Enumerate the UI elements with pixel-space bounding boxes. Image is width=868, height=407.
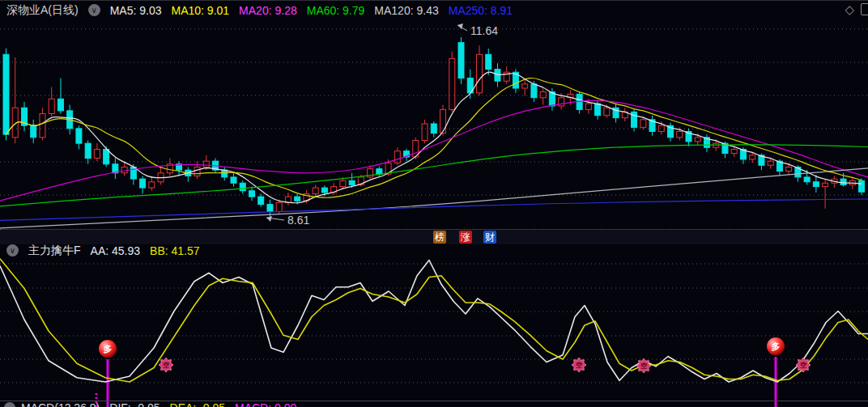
svg-text:多: 多 — [104, 344, 113, 354]
ma-label: MA10: 9.01 — [172, 4, 230, 17]
badge-zhang[interactable]: 涨 — [459, 231, 472, 244]
indicator-title: 主力擒牛F — [28, 244, 81, 258]
badge-bang[interactable]: 榜 — [433, 231, 446, 244]
svg-text:8.61: 8.61 — [287, 214, 309, 227]
signal-marker-short: 空 — [572, 358, 586, 372]
collapse-chevron-icon[interactable]: ∨ — [88, 4, 100, 16]
indicator-value: AA: 45.93 — [91, 244, 141, 257]
signal-marker-short: 空 — [796, 358, 811, 372]
ma-label: MA60: 9.79 — [307, 4, 365, 17]
indicator-value: BB: 41.57 — [150, 244, 200, 257]
svg-text:空: 空 — [640, 362, 647, 370]
signal-marker-long: 多 — [99, 340, 117, 358]
svg-text:空: 空 — [576, 361, 582, 369]
panel-divider-bar: 榜 涨 财 — [0, 229, 868, 244]
indicator-header: ∨ 主力擒牛F AA: 45.93 BB: 41.57 — [0, 244, 868, 257]
signal-marker-short: 空 — [636, 358, 651, 373]
svg-text:多: 多 — [772, 341, 781, 351]
macd-param-label: MACD(12,26,9) — [21, 402, 100, 407]
macd-panel-clipped: MACD(12,26,9) DIF: -0.05 DEA: -0.05 MACD… — [0, 401, 868, 407]
signal-marker-short: 空 — [159, 358, 173, 372]
symbol-title: 深物业A(日线) — [6, 3, 79, 18]
svg-text:11.64: 11.64 — [470, 24, 498, 37]
svg-text:空: 空 — [800, 361, 806, 369]
macd-value: MACD: 0.00 — [235, 402, 296, 407]
stock-app: 11.648.61 深物业A(日线) ∨ MA5: 9.03 MA10: 9.0… — [0, 0, 868, 407]
diamond-tool-icon[interactable]: ◇ — [845, 3, 854, 15]
main-candlestick-chart[interactable]: 11.648.61 — [0, 0, 868, 229]
indicator-chart[interactable]: 多空空空多空 — [0, 244, 868, 407]
ma-label: MA20: 9.28 — [239, 4, 297, 17]
svg-text:空: 空 — [163, 361, 169, 369]
collapse-chevron-icon[interactable]: ∨ — [6, 244, 19, 256]
ma-label: MA250: 8.91 — [449, 4, 513, 17]
macd-dea-value: DEA: -0.05 — [170, 402, 225, 407]
ma-label: MA120: 9.43 — [374, 4, 438, 17]
badge-cai[interactable]: 财 — [483, 231, 496, 244]
signal-marker-long: 多 — [767, 337, 785, 355]
macd-dif-value: DIF: -0.05 — [109, 402, 160, 407]
window-restore-icon[interactable] — [861, 3, 868, 15]
main-chart-header: 深物业A(日线) ∨ MA5: 9.03 MA10: 9.01 MA20: 9.… — [0, 0, 868, 19]
ma-label: MA5: 9.03 — [110, 4, 162, 17]
window-tools: ◇ — [845, 3, 866, 15]
